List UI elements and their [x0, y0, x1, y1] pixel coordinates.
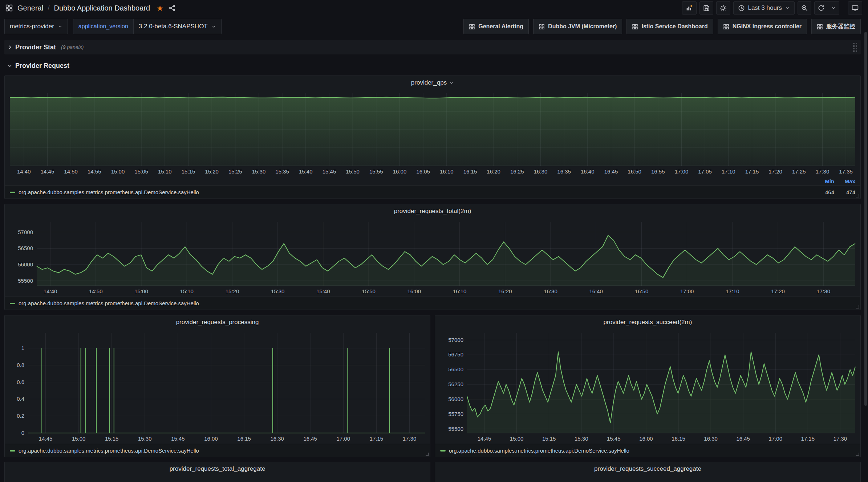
- chevron-down-icon: [7, 63, 12, 68]
- svg-text:15:00: 15:00: [510, 436, 524, 442]
- svg-text:16:10: 16:10: [453, 288, 467, 294]
- svg-text:15:00: 15:00: [134, 288, 148, 294]
- svg-text:15:30: 15:30: [575, 436, 588, 442]
- panel-header[interactable]: provider_requests_processing: [5, 315, 430, 329]
- dashboard-settings-button[interactable]: [716, 1, 730, 15]
- svg-text:16:15: 16:15: [237, 436, 251, 442]
- svg-text:15:40: 15:40: [316, 288, 330, 294]
- panel-header[interactable]: provider_qps: [5, 76, 860, 90]
- panel-header[interactable]: provider_requests_total_aggregate: [5, 462, 430, 476]
- apps-icon: [632, 24, 638, 30]
- row-provider-stat[interactable]: Provider Stat (9 panels): [4, 40, 861, 54]
- page-scrollbar-thumb[interactable]: [864, 32, 867, 406]
- svg-text:14:50: 14:50: [64, 168, 78, 175]
- save-dashboard-button[interactable]: [699, 1, 713, 15]
- svg-text:56500: 56500: [18, 245, 33, 251]
- breadcrumb-section[interactable]: General: [17, 4, 43, 12]
- svg-text:17:35: 17:35: [839, 168, 853, 175]
- svg-text:17:00: 17:00: [680, 288, 694, 294]
- legend-series[interactable]: org.apache.dubbo.samples.metrics.prometh…: [440, 448, 855, 454]
- svg-text:17:30: 17:30: [403, 436, 417, 442]
- row-drag-handle[interactable]: [853, 43, 857, 52]
- chart-area[interactable]: 00.20.40.60.8114:4515:0015:1515:3015:451…: [5, 329, 430, 444]
- svg-text:17:00: 17:00: [675, 168, 689, 175]
- svg-text:16:00: 16:00: [639, 436, 653, 442]
- refresh-button[interactable]: [814, 1, 828, 15]
- dashlink-general-alerting[interactable]: General Alerting: [463, 19, 529, 34]
- svg-text:15:15: 15:15: [542, 436, 556, 442]
- time-range-picker[interactable]: Last 3 hours: [733, 1, 795, 15]
- panel-title: provider_qps: [411, 79, 447, 86]
- dashlink-dubbo-jvm[interactable]: Dubbo JVM (Micrometer): [533, 19, 622, 34]
- svg-text:16:50: 16:50: [628, 168, 641, 175]
- variable-metrics-provider[interactable]: metrics-provider: [4, 19, 68, 34]
- svg-text:17:30: 17:30: [817, 288, 831, 294]
- svg-text:17:25: 17:25: [792, 168, 806, 175]
- legend-series[interactable]: org.apache.dubbo.samples.metrics.prometh…: [10, 300, 855, 306]
- dashlink-istio[interactable]: Istio Service Dashboard: [626, 19, 713, 34]
- panel-resize-handle[interactable]: [856, 453, 859, 456]
- panel-resize-handle[interactable]: [856, 305, 859, 309]
- svg-text:16:25: 16:25: [510, 168, 524, 175]
- legend-series[interactable]: org.apache.dubbo.samples.metrics.prometh…: [10, 448, 425, 454]
- svg-text:16:45: 16:45: [303, 436, 317, 442]
- dashlink-server-monitor[interactable]: 服务器监控: [811, 19, 861, 34]
- panel-resize-handle[interactable]: [426, 453, 429, 456]
- svg-text:16:30: 16:30: [534, 168, 548, 175]
- svg-text:15:45: 15:45: [607, 436, 621, 442]
- chart-area[interactable]: 5550055750560005625056500567505700014:45…: [435, 329, 860, 444]
- dashlink-label: General Alerting: [478, 23, 523, 30]
- legend-min-value: 464: [813, 189, 834, 195]
- legend-min-header[interactable]: Min: [813, 178, 834, 184]
- apps-icon: [469, 24, 475, 30]
- apps-menu-icon[interactable]: [5, 4, 13, 12]
- clock-icon: [738, 5, 745, 12]
- template-variables: metrics-provider application_version 3.2…: [4, 19, 222, 34]
- series-color-swatch: [10, 450, 15, 452]
- svg-text:56250: 56250: [448, 381, 463, 387]
- zoom-out-time-button[interactable]: [798, 1, 811, 15]
- chart-area[interactable]: 14:4014:4514:5014:5515:0015:0515:1015:15…: [5, 90, 860, 177]
- legend-series[interactable]: org.apache.dubbo.samples.metrics.prometh…: [10, 189, 813, 195]
- svg-text:15:10: 15:10: [180, 288, 194, 294]
- svg-text:56500: 56500: [448, 366, 463, 372]
- variable-version-dropdown[interactable]: 3.2.0-beta.6-SNAPSHOT: [133, 19, 222, 34]
- legend: org.apache.dubbo.samples.metrics.prometh…: [435, 444, 860, 457]
- svg-text:15:40: 15:40: [299, 168, 313, 175]
- breadcrumb: General / Dubbo Application Dashboard ★: [5, 4, 176, 12]
- panel-header[interactable]: provider_requests_succeed_aggregate: [435, 462, 860, 476]
- refresh-interval-dropdown[interactable]: [828, 1, 839, 15]
- series-name: org.apache.dubbo.samples.metrics.prometh…: [449, 448, 629, 454]
- svg-text:17:20: 17:20: [768, 168, 782, 175]
- panel-resize-handle[interactable]: [856, 194, 859, 197]
- cycle-view-mode-button[interactable]: [848, 1, 862, 15]
- svg-text:16:45: 16:45: [604, 168, 618, 175]
- legend-max-header[interactable]: Max: [834, 178, 855, 184]
- svg-text:0.8: 0.8: [17, 362, 24, 368]
- svg-text:0.4: 0.4: [17, 396, 24, 402]
- svg-text:16:15: 16:15: [672, 436, 685, 442]
- panel-provider-requests-processing: provider_requests_processing 00.20.40.60…: [4, 315, 430, 457]
- share-icon[interactable]: [169, 4, 176, 12]
- chart-area[interactable]: 5550056000565005700014:4014:5015:0015:10…: [5, 218, 860, 297]
- dashlink-nginx[interactable]: NGINX Ingress controller: [718, 19, 807, 34]
- svg-text:1: 1: [21, 345, 24, 351]
- svg-text:15:00: 15:00: [72, 436, 86, 442]
- series-name: org.apache.dubbo.samples.metrics.prometh…: [19, 300, 199, 306]
- panel-provider-requests-total-aggregate: provider_requests_total_aggregate: [4, 462, 430, 482]
- svg-text:15:20: 15:20: [226, 288, 239, 294]
- dashlink-label: 服务器监控: [826, 23, 855, 30]
- top-nav: General / Dubbo Application Dashboard ★: [0, 0, 868, 16]
- favorite-star-icon[interactable]: ★: [157, 4, 163, 12]
- svg-text:17:30: 17:30: [816, 168, 830, 175]
- panel-title: provider_requests_total(2m): [394, 208, 471, 215]
- dashlink-label: Dubbo JVM (Micrometer): [548, 23, 617, 30]
- panel-header[interactable]: provider_requests_succeed(2m): [435, 315, 860, 329]
- svg-text:16:00: 16:00: [407, 288, 421, 294]
- legend-max-value: 474: [834, 189, 855, 195]
- legend: org.apache.dubbo.samples.metrics.prometh…: [5, 444, 430, 457]
- row-provider-request[interactable]: Provider Request: [7, 60, 861, 71]
- panel-header[interactable]: provider_requests_total(2m): [5, 204, 860, 218]
- svg-text:17:15: 17:15: [801, 436, 815, 442]
- add-panel-button[interactable]: [682, 1, 697, 15]
